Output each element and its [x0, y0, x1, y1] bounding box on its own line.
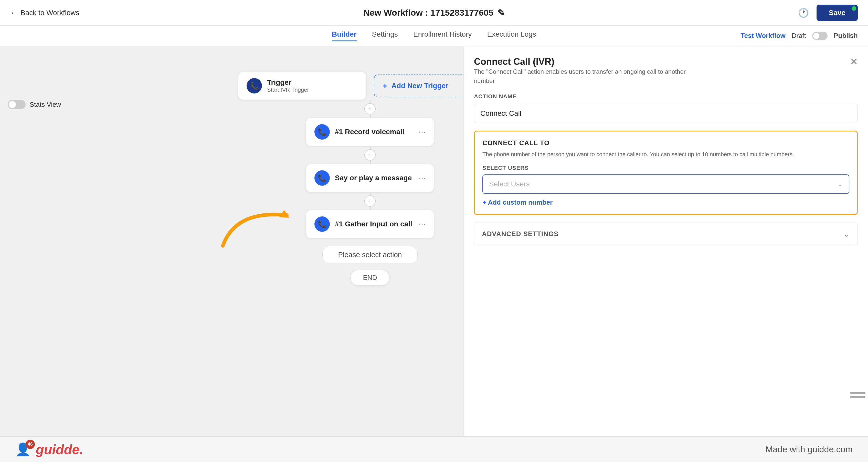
say-play-icon: 📞 [314, 170, 330, 186]
trigger-node-subtitle: Start IVR Trigger [267, 87, 358, 93]
connector-plus-3[interactable]: + [364, 195, 376, 207]
connector-plus-2[interactable]: + [364, 149, 376, 161]
tab-enrollment-history[interactable]: Enrollment History [413, 30, 472, 41]
chevron-down-icon: ⌄ [843, 229, 850, 239]
connect-call-to-section: CONNECT CALL TO The phone number of the … [474, 131, 858, 215]
tab-builder[interactable]: Builder [332, 30, 356, 41]
end-node: END [350, 270, 390, 285]
advanced-settings-label: ADVANCED SETTINGS [482, 230, 559, 238]
trigger-row: 📞 Trigger Start IVR Trigger + Add New Tr… [238, 72, 502, 100]
close-icon[interactable]: ✕ [850, 56, 858, 67]
notification-badge: 👤 46 [16, 442, 31, 457]
select-users-label: SELECT USERS [483, 165, 849, 171]
node-record-voicemail[interactable]: 📞 #1 Record voicemail ··· [306, 118, 434, 146]
made-with-label: Made with guidde.com [766, 444, 852, 454]
advanced-settings-section[interactable]: ADVANCED SETTINGS ⌄ [474, 222, 858, 245]
record-voicemail-icon: 📞 [314, 124, 330, 140]
trigger-node[interactable]: 📞 Trigger Start IVR Trigger [238, 72, 366, 100]
chevron-down-icon: ⌄ [838, 181, 843, 188]
tab-execution-logs[interactable]: Execution Logs [487, 30, 536, 41]
back-arrow-icon: ← [10, 8, 18, 17]
select-users-placeholder: Select Users [489, 180, 530, 188]
stats-toggle-knob [9, 101, 16, 108]
end-node-container: END [350, 270, 390, 285]
action-name-input[interactable] [474, 104, 858, 123]
trigger-node-title: Trigger [267, 79, 358, 87]
tab-group: Builder Settings Enrollment History Exec… [332, 30, 536, 41]
node-gather-input[interactable]: 📞 #1 Gather Input on call ··· [306, 210, 434, 238]
back-button[interactable]: ← Back to Workflows [10, 8, 80, 17]
save-dot-indicator [851, 6, 856, 11]
select-users-dropdown[interactable]: Select Users ⌄ [483, 175, 849, 194]
panel-title: Connect Call (IVR) [474, 56, 704, 67]
toggle-knob [813, 33, 819, 39]
please-select-action[interactable]: Please select action [322, 246, 417, 264]
test-workflow-button[interactable]: Test Workflow [741, 32, 785, 40]
footer: 👤 46 guidde. Made with guidde.com [0, 436, 868, 462]
draft-label: Draft [792, 32, 806, 40]
tab-settings[interactable]: Settings [372, 30, 398, 41]
node-menu-2[interactable]: ··· [418, 174, 426, 183]
canvas: Stats View 📞 Trigger Start IVR Trigger +… [0, 46, 868, 436]
connector-2: + [370, 146, 371, 164]
guidde-logo: guidde. [36, 442, 83, 457]
connect-call-to-description: The phone number of the person you want … [483, 150, 849, 158]
add-custom-number-button[interactable]: + Add custom number [483, 198, 553, 207]
panel-header: Connect Call (IVR) The "Connect Call" ac… [474, 56, 858, 86]
add-trigger-icon: + [382, 81, 388, 91]
node-menu-1[interactable]: ··· [418, 127, 426, 137]
gather-input-title: #1 Gather Input on call [335, 220, 413, 228]
say-play-title: Say or play a message [335, 174, 413, 182]
subheader-right: Test Workflow Draft Publish [741, 32, 858, 40]
workflow-title: New Workflow : 1715283177605 [363, 8, 493, 18]
trigger-icon: 📞 [247, 78, 262, 93]
stats-view-label: Stats View [30, 101, 61, 109]
stats-view-toggle[interactable] [8, 100, 26, 109]
edit-icon[interactable]: ✎ [497, 8, 505, 18]
subheader: Builder Settings Enrollment History Exec… [0, 26, 868, 46]
record-voicemail-title: #1 Record voicemail [335, 128, 413, 136]
please-select-container: Please select action [322, 246, 417, 264]
back-label: Back to Workflows [21, 9, 80, 17]
panel-description: The "Connect Call" action enables users … [474, 67, 704, 86]
header-right: 🕐 Save [798, 5, 858, 21]
add-trigger-label: Add New Trigger [392, 82, 448, 90]
connector-1: + [370, 100, 371, 118]
connector-plus-1[interactable]: + [364, 103, 376, 115]
scroll-hints [850, 392, 865, 398]
stats-view-toggle-group: Stats View [8, 100, 61, 109]
save-button[interactable]: Save [816, 5, 858, 21]
connector-3: + [370, 192, 371, 210]
header: ← Back to Workflows New Workflow : 17152… [0, 0, 868, 26]
node-menu-3[interactable]: ··· [418, 219, 426, 229]
history-icon[interactable]: 🕐 [798, 8, 809, 18]
right-panel: Connect Call (IVR) The "Connect Call" ac… [463, 46, 868, 436]
publish-label: Publish [834, 32, 858, 40]
draft-toggle[interactable] [812, 32, 828, 40]
node-say-play-message[interactable]: 📞 Say or play a message ··· [306, 164, 434, 192]
header-title-group: New Workflow : 1715283177605 ✎ [363, 8, 505, 18]
notification-count: 46 [26, 440, 35, 449]
gather-input-icon: 📞 [314, 216, 330, 232]
connect-call-to-title: CONNECT CALL TO [483, 139, 849, 147]
action-name-label: ACTION NAME [474, 93, 858, 100]
